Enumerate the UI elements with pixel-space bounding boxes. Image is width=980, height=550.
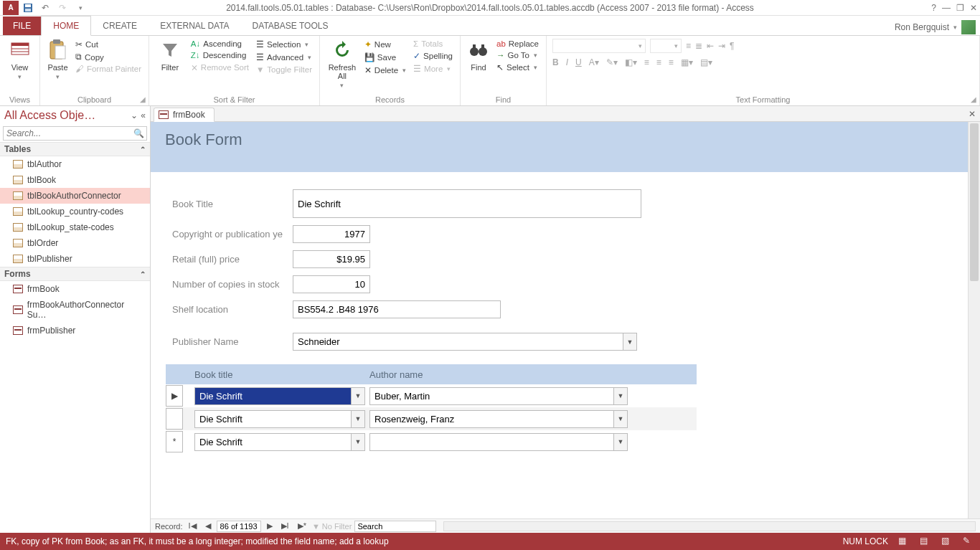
nav-item-tblbook[interactable]: tblBook xyxy=(0,172,150,188)
tab-home[interactable]: HOME xyxy=(41,16,91,36)
indent-decrease-icon[interactable]: ⇤ xyxy=(707,41,714,51)
layout-view-icon[interactable]: ▧ xyxy=(941,536,953,547)
nav-item-frmbook[interactable]: frmBook xyxy=(0,281,150,297)
input-price[interactable] xyxy=(293,250,370,268)
nav-item-frmbookauthorconnector[interactable]: frmBookAuthorConnector Su… xyxy=(0,297,150,323)
doc-tab-frmbook[interactable]: frmBook xyxy=(154,108,215,122)
save-icon[interactable] xyxy=(20,1,36,15)
dropdown-icon[interactable]: ▼ xyxy=(351,410,365,428)
align-center-icon[interactable]: ≡ xyxy=(656,57,661,67)
nav-item-tblauthor[interactable]: tblAuthor xyxy=(0,156,150,172)
gridlines-button[interactable]: ▦▾ xyxy=(681,57,693,67)
descending-button[interactable]: Z↓Descending xyxy=(189,50,250,60)
search-icon[interactable]: 🔍 xyxy=(133,128,144,138)
indent-increase-icon[interactable]: ⇥ xyxy=(718,41,725,51)
toggle-filter-button[interactable]: ▼Toggle Filter xyxy=(255,65,314,75)
row-selector[interactable] xyxy=(166,408,183,430)
help-icon[interactable]: ? xyxy=(931,3,936,13)
textfmt-dialog-launcher-icon[interactable]: ◢ xyxy=(969,95,978,104)
close-tab-icon[interactable]: ✕ xyxy=(969,109,976,119)
delete-record-button[interactable]: ✕Delete▾ xyxy=(363,65,407,76)
more-button[interactable]: ☰More▾ xyxy=(412,63,454,75)
nav-header[interactable]: All Access Obje… ⌄« xyxy=(0,106,150,125)
save-record-button[interactable]: 💾Save xyxy=(363,52,407,63)
input-row-author[interactable] xyxy=(369,433,613,451)
input-row-author[interactable] xyxy=(369,410,613,428)
qat-customize-icon[interactable] xyxy=(72,1,88,15)
tab-file[interactable]: FILE xyxy=(3,16,41,35)
view-button[interactable]: View ▾ xyxy=(6,39,34,94)
minimize-icon[interactable]: ― xyxy=(942,3,951,13)
select-button[interactable]: ↖Select▾ xyxy=(495,62,540,73)
nav-search-input[interactable] xyxy=(3,126,147,141)
tab-external-data[interactable]: EXTERNAL DATA xyxy=(149,16,240,35)
row-selector-new[interactable]: * xyxy=(166,431,183,452)
nav-collapse-icon[interactable]: « xyxy=(141,110,146,120)
remove-sort-button[interactable]: ⨯Remove Sort xyxy=(189,62,250,73)
filter-indicator[interactable]: ▼No Filter xyxy=(312,522,352,531)
numbering-icon[interactable]: ≣ xyxy=(695,41,702,51)
nav-item-tblorder[interactable]: tblOrder xyxy=(0,235,150,251)
nav-dropdown-icon[interactable]: ⌄ xyxy=(131,110,138,120)
font-family-selector[interactable]: ▾ xyxy=(552,39,646,53)
form-view-icon[interactable]: ▦ xyxy=(898,536,910,547)
bullets-icon[interactable]: ≡ xyxy=(686,41,691,51)
input-shelf[interactable] xyxy=(293,300,501,318)
highlight-button[interactable]: ✎▾ xyxy=(606,57,618,67)
design-view-icon[interactable]: ✎ xyxy=(963,536,974,547)
copy-button[interactable]: ⧉Copy xyxy=(74,52,143,62)
new-record-nav-button[interactable]: ▶* xyxy=(295,521,309,531)
dropdown-icon[interactable]: ▼ xyxy=(351,433,365,451)
refresh-all-button[interactable]: Refresh All ▾ xyxy=(326,39,359,94)
redo-icon[interactable]: ↷ xyxy=(55,1,70,15)
close-icon[interactable]: ✕ xyxy=(970,3,977,13)
record-search-input[interactable] xyxy=(354,521,436,532)
format-painter-button[interactable]: 🖌Format Painter xyxy=(74,64,143,74)
datasheet-view-icon[interactable]: ▤ xyxy=(920,536,931,547)
nav-group-forms[interactable]: Forms⌃ xyxy=(0,267,150,281)
input-book-title[interactable] xyxy=(293,189,641,218)
undo-icon[interactable]: ↶ xyxy=(37,1,53,15)
vertical-scrollbar[interactable] xyxy=(968,122,980,518)
align-left-icon[interactable]: ≡ xyxy=(644,57,649,67)
next-record-button[interactable]: ▶ xyxy=(264,521,275,531)
tab-database-tools[interactable]: DATABASE TOOLS xyxy=(241,16,340,35)
bold-button[interactable]: B xyxy=(552,57,559,67)
paste-button[interactable]: Paste ▾ xyxy=(46,39,70,94)
italic-button[interactable]: I xyxy=(566,57,568,67)
restore-icon[interactable]: ❐ xyxy=(956,3,964,13)
clipboard-dialog-launcher-icon[interactable]: ◢ xyxy=(138,95,147,104)
nav-item-frmpublisher[interactable]: frmPublisher xyxy=(0,323,150,338)
prev-record-button[interactable]: ◀ xyxy=(202,521,214,531)
input-row-title[interactable] xyxy=(194,387,351,405)
horizontal-scrollbar[interactable] xyxy=(443,521,976,531)
input-row-author[interactable] xyxy=(369,387,613,405)
totals-button[interactable]: ΣTotals xyxy=(412,39,454,49)
nav-item-tblpublisher[interactable]: tblPublisher xyxy=(0,251,150,267)
row-selector[interactable]: ▶ xyxy=(166,385,183,407)
dropdown-icon[interactable]: ▼ xyxy=(351,387,365,405)
dropdown-icon[interactable]: ▼ xyxy=(613,433,628,451)
dropdown-icon[interactable]: ▼ xyxy=(613,410,628,428)
nav-group-tables[interactable]: Tables⌃ xyxy=(0,142,150,156)
access-app-icon[interactable]: A xyxy=(3,1,19,15)
input-row-title[interactable] xyxy=(194,410,351,428)
user-account[interactable]: Ron Bergquist ▾ xyxy=(895,20,976,34)
find-button[interactable]: Find xyxy=(466,39,491,94)
new-record-button[interactable]: ✦New xyxy=(363,39,407,50)
input-year[interactable] xyxy=(293,225,370,243)
font-size-selector[interactable]: ▾ xyxy=(650,39,682,53)
alternate-fill-button[interactable]: ▤▾ xyxy=(700,57,712,67)
dropdown-icon[interactable]: ▼ xyxy=(613,387,628,405)
spelling-button[interactable]: ✓Spelling xyxy=(412,50,454,62)
underline-button[interactable]: U xyxy=(575,57,582,67)
tab-create[interactable]: CREATE xyxy=(91,16,149,35)
goto-button[interactable]: →Go To▾ xyxy=(495,50,540,60)
input-stock[interactable] xyxy=(293,275,370,293)
font-color-button[interactable]: A▾ xyxy=(589,57,599,67)
input-row-title[interactable] xyxy=(194,433,351,451)
first-record-button[interactable]: I◀ xyxy=(186,521,199,531)
nav-item-tbllookup-country[interactable]: tblLookup_country-codes xyxy=(0,204,150,219)
advanced-button[interactable]: ☰Advanced▾ xyxy=(255,52,314,63)
nav-item-tblbookauthorconnector[interactable]: tblBookAuthorConnector xyxy=(0,188,150,204)
